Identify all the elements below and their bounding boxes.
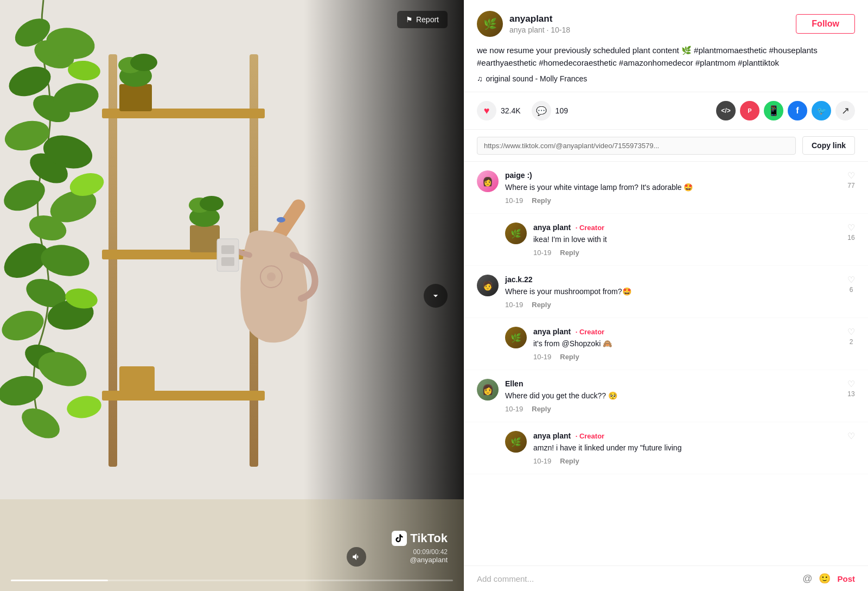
like-button[interactable]: ♥ xyxy=(477,101,496,120)
comment-like: ♡ 77 xyxy=(847,170,855,205)
reply-button[interactable]: Reply xyxy=(532,301,551,309)
comment-meta: 10-19 Reply xyxy=(533,457,841,465)
comment-item: 👩 Ellen Where did you get the duck?? 🥺 1… xyxy=(464,370,868,422)
comment-date: 10-19 xyxy=(533,353,551,361)
link-input[interactable] xyxy=(477,137,796,155)
twitter-share-button[interactable]: 🐦 xyxy=(812,101,831,120)
reply-button[interactable]: Reply xyxy=(560,353,579,361)
author-avatar[interactable]: 🌿 xyxy=(477,11,503,37)
volume-button[interactable] xyxy=(347,547,366,567)
comment-date: 10-19 xyxy=(505,405,523,413)
comment-like-button[interactable]: ♡ xyxy=(847,223,855,233)
comment-avatar: 👩 xyxy=(477,379,499,401)
video-time: 00:09/00:42 xyxy=(392,548,448,556)
author-row: 🌿 anyaplant anya plant · 10-18 Follow xyxy=(477,11,855,37)
comment-like-count: 16 xyxy=(847,234,854,242)
scroll-down-button[interactable] xyxy=(424,284,448,308)
comment-body: paige :) Where is your white vintage lam… xyxy=(505,170,841,205)
comment-count: 109 xyxy=(556,106,568,115)
comment-like: ♡ xyxy=(847,431,855,465)
comment-text: Where is your white vintage lamp from? I… xyxy=(505,182,841,193)
comment-item: 🧑 jac.k.22 Where is your mushroompot fro… xyxy=(464,266,868,318)
comment-like-button[interactable]: ♡ xyxy=(847,379,855,389)
comment-text: it's from @Shopzoki 🙈 xyxy=(533,338,841,349)
heart-icon: ♥ xyxy=(484,105,490,117)
svg-point-39 xyxy=(200,196,224,211)
chevron-down-icon xyxy=(430,290,441,301)
reply-button[interactable]: Reply xyxy=(532,196,551,205)
reply-button[interactable]: Reply xyxy=(560,457,579,465)
comment-like: ♡ 13 xyxy=(847,379,855,413)
twitter-icon: 🐦 xyxy=(817,106,826,115)
comment-item: 👩 paige :) Where is your white vintage l… xyxy=(464,162,868,214)
at-mention-button[interactable]: @ xyxy=(802,573,812,584)
like-section: ♥ 32.4K xyxy=(477,101,521,120)
svg-rect-46 xyxy=(221,257,234,266)
creator-badge: · Creator xyxy=(576,328,604,336)
interaction-row: ♥ 32.4K 💬 109 </> P 📱 f 🐦 xyxy=(464,92,868,130)
whatsapp-share-button[interactable]: 📱 xyxy=(764,101,783,120)
comment-item-reply: 🌿 anya plant · Creator amzn! i have it l… xyxy=(464,422,868,474)
comment-author: anya plant xyxy=(533,431,571,440)
facebook-share-button[interactable]: f xyxy=(788,101,807,120)
author-details: anyaplant anya plant · 10-18 xyxy=(509,14,570,34)
comment-avatar: 👩 xyxy=(477,170,499,192)
reply-button[interactable]: Reply xyxy=(532,405,551,413)
tiktok-watermark: TikTok 00:09/00:42 @anyaplant xyxy=(392,531,448,564)
reply-button[interactable]: Reply xyxy=(560,249,579,257)
svg-rect-44 xyxy=(217,239,239,271)
info-panel: 🌿 anyaplant anya plant · 10-18 Follow we… xyxy=(464,0,868,591)
at-icon: @ xyxy=(802,573,812,584)
comment-item-reply: 🌿 anya plant · Creator it's from @Shopzo… xyxy=(464,318,868,370)
tiktok-logo-icon xyxy=(392,531,407,546)
comment-like-count: 2 xyxy=(850,338,853,346)
author-handle: anya plant · 10-18 xyxy=(509,26,570,34)
emoji-icon: 🙂 xyxy=(819,573,831,584)
video-panel: ⚑ Report TikTok 00:09/00:42 @anyaplant xyxy=(0,0,464,591)
pocket-share-button[interactable]: P xyxy=(740,101,760,120)
progress-bar-container[interactable] xyxy=(11,580,453,581)
creator-badge: · Creator xyxy=(576,432,604,440)
comment-meta: 10-19 Reply xyxy=(505,301,841,309)
comment-avatar: 🌿 xyxy=(505,223,527,244)
comment-icon: 💬 xyxy=(536,106,547,116)
comment-author: jac.k.22 xyxy=(505,275,533,284)
flag-icon: ⚑ xyxy=(406,15,413,24)
comment-like-count: 13 xyxy=(847,390,854,398)
more-share-button[interactable]: ↗ xyxy=(835,101,855,120)
copy-link-button[interactable]: Copy link xyxy=(802,136,855,155)
comment-like-button[interactable]: ♡ xyxy=(847,275,855,285)
comment-like: ♡ 2 xyxy=(847,327,855,361)
embed-icon: </> xyxy=(721,107,730,115)
post-comment-button[interactable]: Post xyxy=(837,574,855,583)
comment-body: Ellen Where did you get the duck?? 🥺 10-… xyxy=(505,379,841,413)
share-icons: </> P 📱 f 🐦 ↗ xyxy=(716,101,855,120)
comment-body: jac.k.22 Where is your mushroompot from?… xyxy=(505,275,841,309)
comment-date: 10-19 xyxy=(533,249,551,257)
comment-button[interactable]: 💬 xyxy=(532,101,551,120)
link-row: Copy link xyxy=(464,130,868,162)
embed-share-button[interactable]: </> xyxy=(716,101,736,120)
post-header: 🌿 anyaplant anya plant · 10-18 Follow we… xyxy=(464,0,868,92)
comment-like-button[interactable]: ♡ xyxy=(847,170,855,181)
emoji-button[interactable]: 🙂 xyxy=(819,573,831,584)
comment-meta: 10-19 Reply xyxy=(505,405,841,413)
comment-like: ♡ 16 xyxy=(847,223,855,257)
comment-meta: 10-19 Reply xyxy=(533,249,841,257)
comment-text: Where is your mushroompot from?🤩 xyxy=(505,286,841,297)
comment-author: paige :) xyxy=(505,171,532,180)
comment-like-button[interactable]: ♡ xyxy=(847,327,855,337)
comment-author: anya plant xyxy=(533,223,571,232)
video-username: @anyaplant xyxy=(392,556,448,564)
comment-like-button[interactable]: ♡ xyxy=(847,431,855,441)
follow-button[interactable]: Follow xyxy=(796,14,855,34)
sound-info[interactable]: ♫ original sound - Molly Frances xyxy=(477,74,855,83)
comment-avatar: 🌿 xyxy=(505,431,527,453)
svg-point-43 xyxy=(277,217,285,223)
svg-rect-45 xyxy=(221,245,234,254)
report-button[interactable]: ⚑ Report xyxy=(397,11,448,28)
comment-input[interactable] xyxy=(477,574,796,583)
comment-like-count: 6 xyxy=(850,286,853,294)
comment-author: anya plant xyxy=(533,327,571,336)
like-count: 32.4K xyxy=(501,106,521,115)
